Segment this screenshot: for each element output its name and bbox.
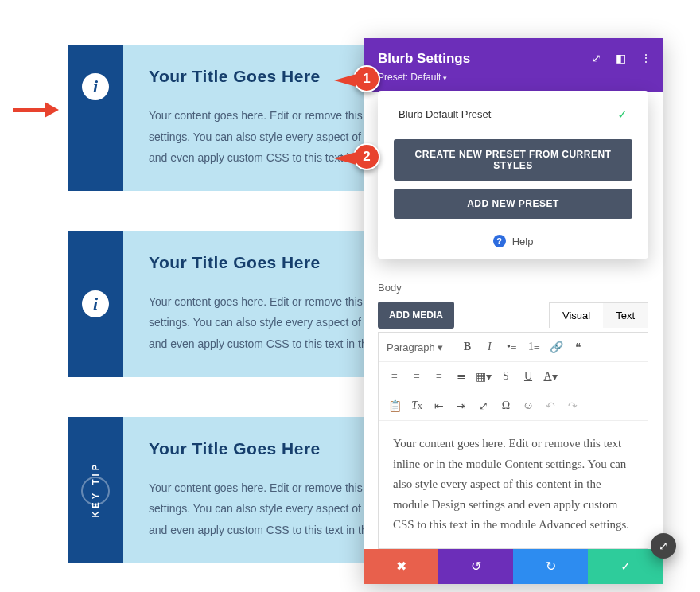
paste-icon[interactable]: 📋 — [385, 396, 404, 415]
check-icon: ✓ — [617, 107, 628, 122]
bold-icon[interactable]: B — [457, 337, 476, 356]
columns-icon[interactable]: ◧ — [616, 53, 626, 64]
card-stripe: i — [68, 45, 123, 191]
link-icon[interactable]: 🔗 — [546, 337, 566, 356]
format-select[interactable]: Paragraph ▾ — [385, 340, 449, 355]
table-icon[interactable]: ▦▾ — [474, 367, 493, 386]
quote-icon[interactable]: ❝ — [569, 337, 588, 356]
number-list-icon[interactable]: 1≡ — [524, 337, 543, 356]
editor-content-area[interactable]: Your content goes here. Edit or remove t… — [379, 421, 648, 548]
fullscreen-icon[interactable]: ⤢ — [474, 396, 493, 415]
text-color-icon[interactable]: A▾ — [541, 367, 560, 386]
editor-toolbar-row3: 📋 Tx ⇤ ⇥ ⤢ Ω ☺ ↶ ↷ — [379, 391, 648, 421]
align-center-icon[interactable]: ≡ — [407, 367, 426, 386]
align-right-icon[interactable]: ≡ — [430, 367, 449, 386]
card-stripe: i — [68, 231, 123, 377]
omega-icon[interactable]: Ω — [496, 396, 515, 415]
key-tip-label: KEY TIP — [91, 462, 100, 518]
preset-name: Blurb Default Preset — [399, 108, 491, 120]
underline-icon[interactable]: U — [519, 367, 538, 386]
undo-icon[interactable]: ↶ — [541, 396, 560, 415]
editor-tabs: Visual Text — [549, 302, 648, 328]
panel-header[interactable]: Blurb Settings Preset: Default ⤢ ◧ ⋮ — [364, 38, 663, 92]
preset-dropdown-toggle[interactable]: Preset: Default — [378, 72, 648, 83]
italic-icon[interactable]: I — [480, 337, 499, 356]
help-icon: ? — [493, 235, 506, 247]
add-preset-button[interactable]: ADD NEW PRESET — [394, 189, 632, 219]
emoji-icon[interactable]: ☺ — [519, 396, 538, 415]
settings-panel: Blurb Settings Preset: Default ⤢ ◧ ⋮ Blu… — [364, 38, 663, 584]
create-preset-button[interactable]: CREATE NEW PRESET FROM CURRENT STYLES — [394, 139, 632, 181]
more-icon[interactable]: ⋮ — [640, 53, 651, 64]
expand-icon[interactable]: ⤢ — [592, 53, 601, 64]
redo-icon[interactable]: ↷ — [563, 396, 582, 415]
clear-format-icon[interactable]: Tx — [407, 396, 426, 415]
expand-panel-fab[interactable]: ⤢ — [651, 533, 676, 559]
add-media-button[interactable]: ADD MEDIA — [378, 302, 454, 329]
body-section: Body ADD MEDIA Visual Text Paragraph ▾ B… — [364, 269, 663, 549]
editor-toolbar-row1: Paragraph ▾ B I •≡ 1≡ 🔗 ❝ — [379, 333, 648, 362]
bullet-list-icon[interactable]: •≡ — [502, 337, 521, 356]
annotation-arrow — [13, 102, 60, 118]
card-stripe: KEY TIP — [68, 417, 123, 563]
indent-icon[interactable]: ⇥ — [452, 396, 471, 415]
tab-text[interactable]: Text — [603, 303, 648, 328]
save-button[interactable]: ✓ — [588, 549, 663, 584]
annotation-callout-1: 1 — [353, 65, 380, 92]
info-icon: i — [82, 73, 109, 100]
undo-button[interactable]: ↺ — [438, 549, 513, 584]
align-justify-icon[interactable]: ≣ — [452, 367, 471, 386]
panel-header-icons: ⤢ ◧ ⋮ — [592, 53, 651, 64]
redo-button[interactable]: ↻ — [513, 549, 588, 584]
preset-dropdown: Blurb Default Preset ✓ CREATE NEW PRESET… — [378, 91, 648, 259]
annotation-callout-2: 2 — [353, 143, 380, 170]
outdent-icon[interactable]: ⇤ — [430, 396, 449, 415]
help-label: Help — [512, 236, 534, 247]
editor-toolbar-row2: ≡ ≡ ≡ ≣ ▦▾ S U A▾ — [379, 362, 648, 391]
info-icon: i — [82, 290, 109, 317]
help-link[interactable]: ? Help — [394, 235, 632, 247]
strike-icon[interactable]: S — [496, 367, 515, 386]
align-left-icon[interactable]: ≡ — [385, 367, 404, 386]
tab-visual[interactable]: Visual — [550, 303, 603, 328]
preset-row[interactable]: Blurb Default Preset ✓ — [394, 107, 632, 122]
cancel-button[interactable]: ✖ — [364, 549, 438, 584]
body-label: Body — [378, 282, 648, 294]
panel-footer: ✖ ↺ ↻ ✓ — [364, 549, 663, 584]
rich-text-editor: Paragraph ▾ B I •≡ 1≡ 🔗 ❝ ≡ ≡ ≡ ≣ ▦▾ S U… — [378, 332, 648, 549]
